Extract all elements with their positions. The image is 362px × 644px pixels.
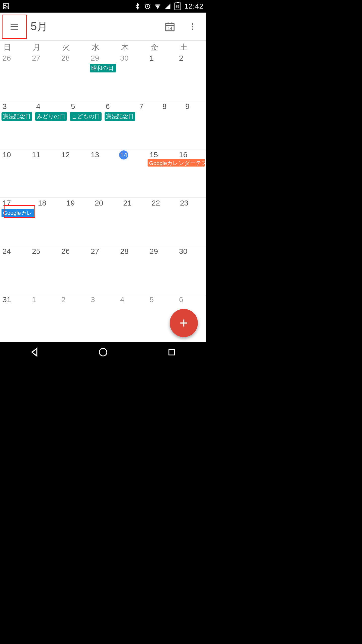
more-vert-icon <box>188 22 197 31</box>
calendar-day[interactable]: 18 <box>35 198 64 246</box>
event-chip[interactable]: 憲法記念日 <box>105 112 135 121</box>
calendar-day[interactable]: 23 <box>177 198 206 246</box>
day-number: 10 <box>2 150 28 160</box>
calendar-day[interactable]: 8 <box>160 101 183 149</box>
day-number: 30 <box>119 54 146 63</box>
calendar-day[interactable]: 1 <box>29 294 59 343</box>
battery-icon: 83 <box>174 3 181 10</box>
calendar-month-view[interactable]: 日 月 火 水 木 金 土 26272829昭和の日30123憲法記念日4みどり… <box>0 41 206 342</box>
app-bar: 5月 14 <box>0 13 206 41</box>
day-number: 27 <box>31 54 57 63</box>
calendar-day[interactable]: 26 <box>59 246 88 294</box>
day-number: 4 <box>35 102 67 112</box>
day-number: 28 <box>119 247 146 257</box>
event-chip[interactable]: 憲法記念日 <box>2 112 32 121</box>
overflow-button[interactable] <box>181 15 204 38</box>
day-number: 7 <box>138 102 158 112</box>
svg-point-8 <box>99 348 107 356</box>
calendar-day[interactable]: 26 <box>0 53 29 101</box>
wifi-icon <box>154 3 161 10</box>
calendar-day[interactable]: 30 <box>118 53 147 101</box>
day-number: 1 <box>31 295 57 305</box>
calendar-day[interactable]: 12 <box>59 149 88 197</box>
calendar-day[interactable]: 20 <box>92 198 121 246</box>
weekday-header: 日 月 火 水 木 金 土 <box>0 41 206 53</box>
day-number: 3 <box>2 102 32 112</box>
dow-sun: 日 <box>0 41 29 53</box>
calendar-week: 24252627282930 <box>0 246 206 294</box>
day-number: 15 <box>149 150 175 160</box>
calendar-day[interactable]: 4 <box>118 294 147 343</box>
day-number: 28 <box>60 54 87 63</box>
calendar-day[interactable]: 3憲法記念日 <box>0 101 34 149</box>
calendar-day[interactable]: 10 <box>0 149 29 197</box>
calendar-day[interactable]: 27 <box>29 53 59 101</box>
bluetooth-icon <box>134 3 141 10</box>
day-number: 25 <box>31 247 57 257</box>
event-chip[interactable]: こどもの日 <box>70 112 102 121</box>
day-number: 9 <box>184 102 204 112</box>
calendar-day[interactable]: 11 <box>29 149 59 197</box>
jump-to-today-button[interactable]: 14 <box>159 15 181 38</box>
menu-button[interactable] <box>2 14 27 39</box>
month-title[interactable]: 5月 <box>31 19 159 34</box>
day-number: 12 <box>60 150 87 160</box>
create-event-fab[interactable] <box>170 309 198 337</box>
home-icon <box>98 347 108 357</box>
svg-point-5 <box>192 23 193 25</box>
nav-home-button[interactable] <box>96 345 111 360</box>
dow-fri: 金 <box>147 41 176 53</box>
calendar-day[interactable]: 24 <box>0 246 29 294</box>
calendar-day[interactable]: 4みどりの日 <box>34 101 68 149</box>
day-number: 18 <box>37 199 62 208</box>
svg-rect-0 <box>4 4 9 9</box>
calendar-day[interactable]: 21 <box>121 198 149 246</box>
event-chip[interactable]: 昭和の日 <box>90 64 116 72</box>
day-number: 23 <box>179 199 204 208</box>
day-number: 6 <box>105 102 135 112</box>
calendar-day[interactable]: 1 <box>147 53 176 101</box>
battery-level: 83 <box>176 5 179 8</box>
day-number: 29 <box>149 247 175 257</box>
calendar-day[interactable]: 25 <box>29 246 59 294</box>
nav-back-button[interactable] <box>27 345 42 360</box>
calendar-day[interactable]: 5こどもの日 <box>68 101 103 149</box>
svg-point-6 <box>192 26 193 27</box>
calendar-day[interactable]: 30 <box>176 246 206 294</box>
day-number: 26 <box>2 54 28 63</box>
event-span[interactable]: Googleカレンダーテス <box>148 159 205 167</box>
calendar-day[interactable]: 29昭和の日 <box>88 53 118 101</box>
day-number: 19 <box>65 199 91 208</box>
event-chip[interactable]: Googleカレ <box>2 209 34 217</box>
system-nav-bar <box>0 342 206 362</box>
calendar-day[interactable]: 31 <box>0 294 29 343</box>
day-number: 26 <box>60 247 87 257</box>
nav-recent-button[interactable] <box>164 345 179 360</box>
calendar-day[interactable]: 28 <box>59 53 88 101</box>
day-number: 31 <box>2 295 28 305</box>
calendar-day[interactable]: 13 <box>88 149 118 197</box>
calendar-day[interactable]: 16 <box>176 149 206 197</box>
day-number: 5 <box>149 295 175 305</box>
signal-icon <box>164 3 171 10</box>
calendar-day[interactable]: 15 <box>147 149 176 197</box>
calendar-day[interactable]: 2 <box>176 53 206 101</box>
calendar-day[interactable]: 7 <box>137 101 160 149</box>
calendar-day[interactable]: 17Googleカレ <box>0 198 35 246</box>
calendar-day[interactable]: 2 <box>59 294 88 343</box>
calendar-day[interactable]: 29 <box>147 246 176 294</box>
calendar-day[interactable]: 6憲法記念日 <box>103 101 137 149</box>
hamburger-icon <box>9 22 19 32</box>
dow-wed: 水 <box>88 41 118 53</box>
day-number: 4 <box>119 295 146 305</box>
calendar-day[interactable]: 3 <box>88 294 118 343</box>
calendar-day[interactable]: 9 <box>183 101 206 149</box>
event-chip[interactable]: みどりの日 <box>35 112 67 121</box>
calendar-day[interactable]: 27 <box>88 246 118 294</box>
calendar-day[interactable]: 22 <box>149 198 177 246</box>
calendar-day[interactable]: 19 <box>64 198 92 246</box>
day-number: 2 <box>60 295 87 305</box>
calendar-week: 17Googleカレ181920212223 <box>0 198 206 246</box>
calendar-day[interactable]: 28 <box>118 246 147 294</box>
calendar-day[interactable]: 14 <box>118 149 147 197</box>
